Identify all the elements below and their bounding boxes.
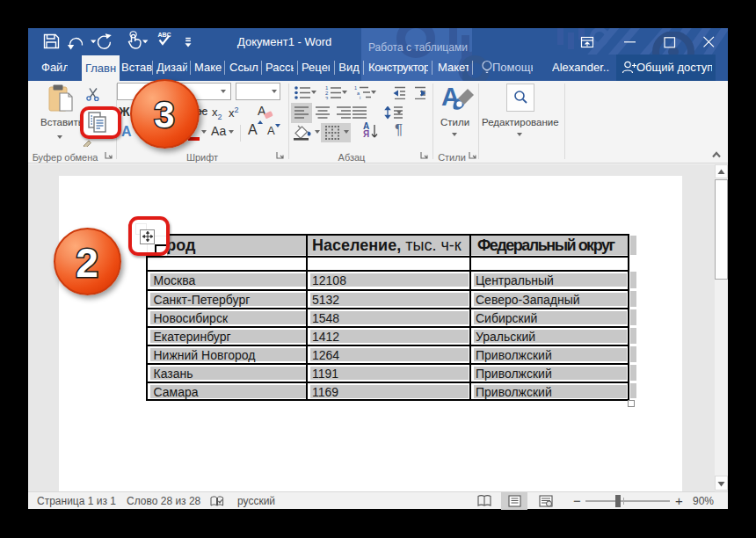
svg-text:i: i — [360, 95, 360, 99]
svg-text:3: 3 — [154, 94, 174, 135]
svg-text:2: 2 — [76, 240, 98, 286]
svg-text:ABC: ABC — [158, 32, 171, 38]
svg-text:3: 3 — [325, 96, 329, 99]
